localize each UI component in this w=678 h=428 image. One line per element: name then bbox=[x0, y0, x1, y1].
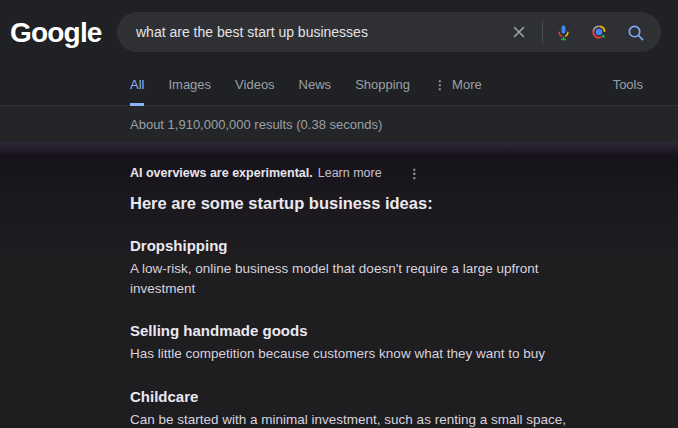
item-title: Dropshipping bbox=[130, 237, 596, 254]
ai-overview-item: Selling handmade goods Has little compet… bbox=[130, 322, 596, 364]
search-submit-icon[interactable] bbox=[626, 23, 645, 42]
learn-more-link[interactable]: Learn more bbox=[318, 166, 382, 180]
google-logo[interactable]: Google bbox=[10, 17, 102, 49]
tab-images[interactable]: Images bbox=[168, 77, 211, 106]
tab-videos[interactable]: Videos bbox=[235, 77, 275, 106]
tab-label: Shopping bbox=[355, 77, 410, 92]
ai-overview-panel: AI overviews are experimental. Learn mor… bbox=[0, 142, 678, 427]
item-title: Selling handmade goods bbox=[130, 322, 596, 339]
search-header: Google what are the best start up busine… bbox=[0, 0, 678, 106]
tab-shopping[interactable]: Shopping bbox=[355, 77, 410, 106]
item-description: Can be started with a minimal investment… bbox=[130, 410, 596, 428]
tab-label: Images bbox=[168, 77, 211, 92]
item-description: Has little competition because customers… bbox=[130, 344, 596, 364]
ai-experimental-notice: AI overviews are experimental. Learn mor… bbox=[130, 166, 678, 180]
tab-label: Videos bbox=[235, 77, 275, 92]
search-input[interactable]: what are the best start up businesses bbox=[136, 24, 510, 40]
ai-overview-item: Dropshipping A low-risk, online business… bbox=[130, 237, 596, 298]
result-type-tabs: All Images Videos News Shopping ⋮ More bbox=[130, 77, 482, 106]
item-description: A low-risk, online business model that d… bbox=[130, 259, 596, 298]
notice-text: AI overviews are experimental. bbox=[130, 166, 313, 180]
tab-news[interactable]: News bbox=[299, 77, 332, 106]
tab-label: News bbox=[299, 77, 332, 92]
ai-overview-heading: Here are some startup business ideas: bbox=[130, 194, 678, 213]
tab-more[interactable]: ⋮ More bbox=[434, 77, 482, 106]
search-bar[interactable]: what are the best start up businesses bbox=[117, 12, 661, 52]
ai-overview-item: Childcare Can be started with a minimal … bbox=[130, 388, 596, 428]
google-search-results-page: Google what are the best start up busine… bbox=[0, 0, 678, 428]
tab-label: All bbox=[130, 77, 144, 92]
tab-all[interactable]: All bbox=[130, 77, 144, 106]
kebab-menu-icon: ⋮ bbox=[434, 78, 446, 92]
results-stats: About 1,910,000,000 results (0.38 second… bbox=[0, 106, 678, 142]
search-bar-divider bbox=[542, 21, 543, 43]
microphone-icon[interactable] bbox=[555, 24, 572, 41]
tools-button[interactable]: Tools bbox=[613, 77, 643, 92]
kebab-menu-icon[interactable]: ⋮ bbox=[408, 167, 421, 180]
clear-search-icon[interactable] bbox=[510, 23, 528, 41]
item-title: Childcare bbox=[130, 388, 596, 405]
google-lens-icon[interactable] bbox=[590, 23, 608, 41]
tab-label: More bbox=[452, 77, 482, 92]
